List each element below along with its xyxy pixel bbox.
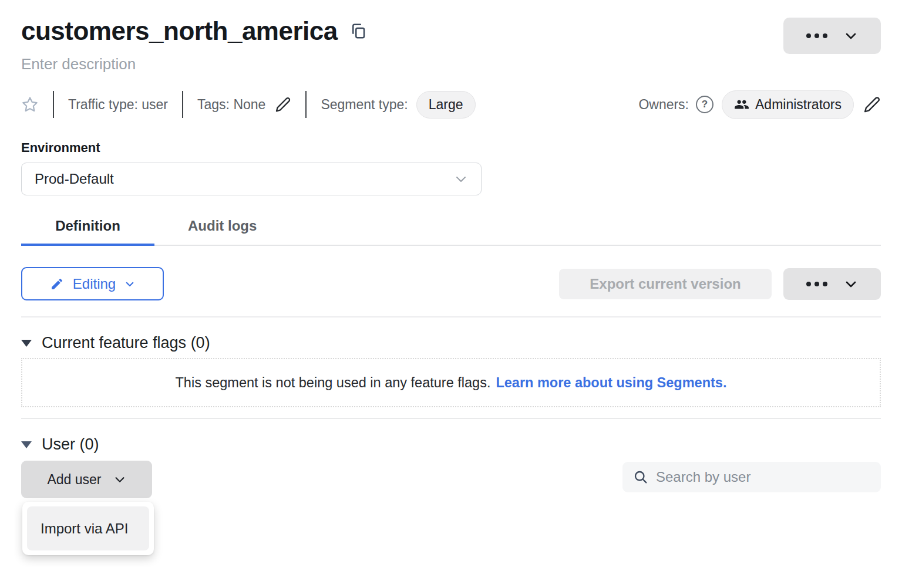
- owners-help-button[interactable]: ?: [696, 96, 713, 113]
- learn-more-link[interactable]: Learn more about using Segments.: [496, 375, 726, 391]
- edit-owners-button[interactable]: [863, 96, 881, 113]
- edit-pencil-icon: [50, 277, 64, 291]
- owners-badge-label: Administrators: [755, 97, 842, 113]
- feature-flags-title: Current feature flags (0): [42, 334, 210, 352]
- empty-flags-box: This segment is not being used in any fe…: [21, 358, 881, 407]
- user-search[interactable]: [622, 462, 881, 492]
- tags-label: Tags: None: [197, 97, 265, 113]
- user-search-input[interactable]: [656, 469, 871, 485]
- search-icon: [632, 469, 649, 485]
- description-placeholder[interactable]: Enter description: [21, 55, 367, 73]
- tab-bar: Definition Audit logs: [21, 218, 881, 246]
- tab-definition[interactable]: Definition: [21, 218, 154, 245]
- definition-toolbar: Editing Export current version: [21, 267, 881, 300]
- add-user-label: Add user: [47, 472, 101, 488]
- star-icon: [21, 96, 39, 113]
- help-circle-icon: ?: [702, 99, 708, 110]
- segment-detail-page: customers_north_america Enter descriptio…: [0, 0, 902, 588]
- owners-label: Owners:: [638, 97, 689, 113]
- section-divider: [21, 418, 881, 419]
- editing-status-button[interactable]: Editing: [21, 267, 164, 300]
- divider: [53, 91, 54, 118]
- environment-label: Environment: [21, 140, 881, 156]
- chevron-down-icon: [113, 473, 126, 486]
- feature-flags-section: Current feature flags (0) This segment i…: [21, 334, 881, 407]
- ellipsis-icon: [806, 33, 827, 38]
- traffic-type-label: Traffic type: user: [68, 97, 168, 113]
- chevron-down-icon: [844, 277, 858, 291]
- add-user-button[interactable]: Add user: [21, 461, 152, 498]
- chevron-down-icon: [844, 29, 858, 43]
- toolbar-more-button[interactable]: [783, 268, 881, 300]
- disclosure-triangle-icon: [21, 441, 32, 448]
- segment-type-label: Segment type:: [321, 97, 408, 113]
- chevron-down-icon: [454, 172, 468, 186]
- divider: [305, 91, 307, 118]
- user-section-title: User (0): [42, 435, 99, 454]
- divider: [182, 91, 183, 118]
- export-version-button[interactable]: Export current version: [559, 269, 772, 299]
- favorite-button[interactable]: [21, 96, 39, 113]
- tab-audit-logs[interactable]: Audit logs: [188, 218, 257, 245]
- header-more-button[interactable]: [783, 18, 881, 54]
- environment-selected-value: Prod-Default: [35, 171, 114, 187]
- environment-select[interactable]: Prod-Default: [21, 163, 482, 195]
- menu-item-import-via-api[interactable]: Import via API: [27, 506, 149, 550]
- empty-flags-message: This segment is not being used in any fe…: [176, 375, 491, 391]
- page-header: customers_north_america Enter descriptio…: [21, 0, 881, 73]
- ellipsis-icon: [806, 282, 827, 286]
- edit-tags-button[interactable]: [275, 96, 291, 113]
- people-icon: [734, 97, 749, 112]
- user-section: User (0) Add user Import via API: [21, 435, 881, 498]
- copy-icon: [349, 22, 367, 40]
- environment-section: Environment Prod-Default: [21, 140, 881, 195]
- editing-label: Editing: [73, 276, 116, 292]
- segment-type-badge: Large: [416, 91, 476, 119]
- section-divider: [21, 316, 881, 317]
- edit-pencil-icon: [863, 96, 881, 113]
- feature-flags-section-header[interactable]: Current feature flags (0): [21, 334, 881, 352]
- title-block: customers_north_america Enter descriptio…: [21, 16, 367, 73]
- disclosure-triangle-icon: [21, 340, 32, 347]
- edit-pencil-icon: [275, 96, 291, 113]
- meta-row: Traffic type: user Tags: None Segment ty…: [21, 90, 881, 119]
- add-user-menu: Import via API: [22, 502, 154, 555]
- user-section-header[interactable]: User (0): [21, 435, 881, 454]
- copy-name-button[interactable]: [349, 22, 367, 40]
- page-title: customers_north_america: [21, 16, 338, 46]
- user-controls-row: Add user Import via API: [21, 461, 881, 498]
- owners-badge[interactable]: Administrators: [722, 90, 854, 119]
- chevron-down-icon: [124, 279, 135, 289]
